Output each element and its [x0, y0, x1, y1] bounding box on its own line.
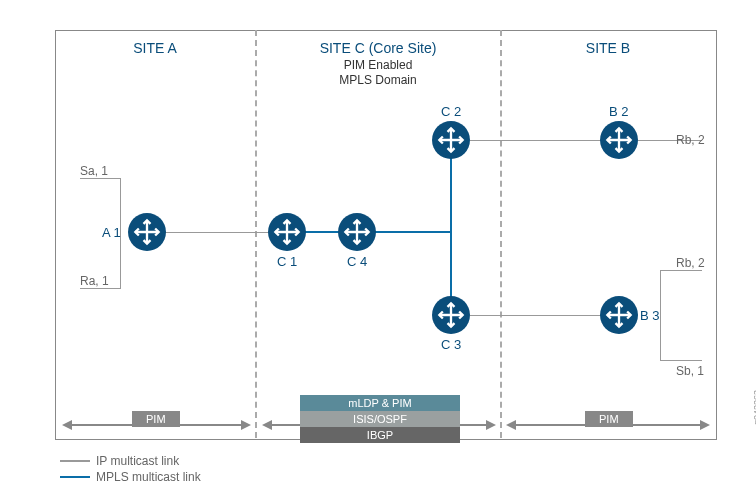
link-c2-b2 [470, 140, 602, 141]
link-b3-sb1-h [660, 360, 702, 361]
router-c2 [432, 121, 470, 159]
link-b3-rb2-h [660, 270, 702, 271]
link-c3-b3 [470, 315, 602, 316]
link-b3-sb1-v [660, 315, 661, 360]
label-c2: C 2 [441, 104, 461, 119]
legend-mpls-swatch [60, 476, 90, 478]
link-c4-junction [370, 231, 452, 233]
endpoint-rb2-mid: Rb, 2 [676, 256, 705, 270]
protocol-pim-b: PIM [585, 411, 633, 427]
label-b3: B 3 [640, 308, 660, 323]
router-c1 [268, 213, 306, 251]
protocol-mldp-pim: mLDP & PIM [300, 395, 460, 411]
figure-id: g042263 [752, 390, 756, 425]
endpoint-sa1: Sa, 1 [80, 164, 108, 178]
link-sa1-v [120, 178, 121, 232]
router-a1 [128, 213, 166, 251]
divider-ac [255, 30, 257, 438]
site-a-title: SITE A [60, 40, 250, 56]
endpoint-ra1: Ra, 1 [80, 274, 109, 288]
label-c1: C 1 [277, 254, 297, 269]
label-a1: A 1 [102, 225, 121, 240]
router-c3 [432, 296, 470, 334]
protocol-stack: mLDP & PIM ISIS/OSPF IBGP [300, 395, 460, 443]
protocol-pim-a: PIM [132, 411, 180, 427]
site-c-sub1: PIM Enabled [262, 58, 494, 72]
legend-ip-label: IP multicast link [96, 454, 179, 468]
link-sa1-h [80, 178, 120, 179]
site-c-title: SITE C (Core Site) [262, 40, 494, 56]
link-b3-rb2-v [660, 270, 661, 315]
label-b2: B 2 [609, 104, 629, 119]
site-b-title: SITE B [506, 40, 710, 56]
site-c-sub2: MPLS Domain [262, 73, 494, 87]
label-c4: C 4 [347, 254, 367, 269]
link-a1-c1 [148, 232, 278, 233]
protocol-isis-ospf: ISIS/OSPF [300, 411, 460, 427]
label-c3: C 3 [441, 337, 461, 352]
endpoint-sb1: Sb, 1 [676, 364, 704, 378]
router-b2 [600, 121, 638, 159]
protocol-ibgp: IBGP [300, 427, 460, 443]
link-ra1-h [80, 288, 120, 289]
link-ra1-v [120, 232, 121, 289]
divider-cb [500, 30, 502, 438]
endpoint-rb2-top: Rb, 2 [676, 133, 705, 147]
legend: IP multicast link MPLS multicast link [60, 454, 201, 486]
legend-ip-swatch [60, 460, 90, 462]
link-c2-c3-vertical [450, 152, 452, 302]
router-c4 [338, 213, 376, 251]
legend-mpls-label: MPLS multicast link [96, 470, 201, 484]
router-b3 [600, 296, 638, 334]
